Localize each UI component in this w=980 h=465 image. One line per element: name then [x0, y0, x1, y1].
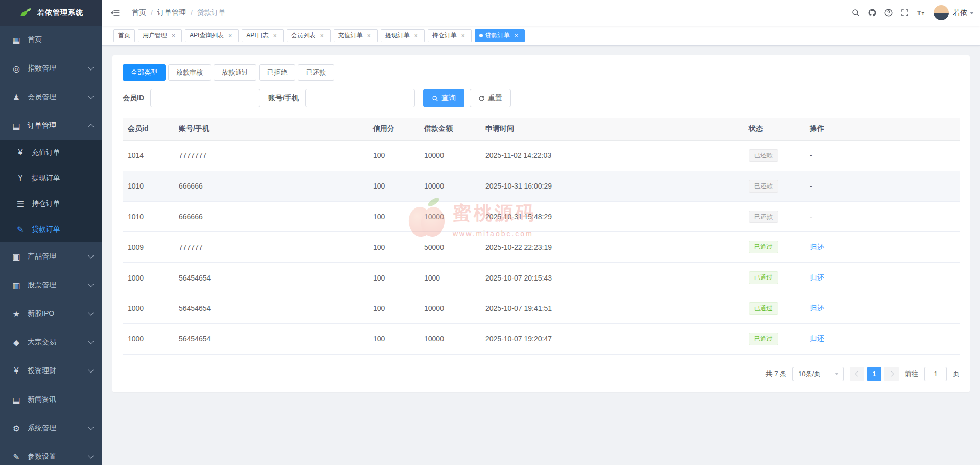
avatar[interactable]	[934, 5, 949, 20]
tag-home[interactable]: 首页	[113, 29, 135, 42]
sidebar-item-news[interactable]: ▤新闻资讯	[0, 385, 102, 414]
github-icon[interactable]	[864, 0, 880, 26]
tag-label: API日志	[246, 31, 268, 40]
search-form: 会员ID 账号/手机 查询 重置	[123, 89, 960, 107]
tag-api-log[interactable]: API日志×	[242, 29, 283, 42]
sidebar-item-home[interactable]: ▦首页	[0, 26, 102, 54]
sidebar-item-stock-mgmt[interactable]: ▥股票管理	[0, 271, 102, 299]
sidebar-item-loan-orders[interactable]: ✎贷款订单	[0, 217, 102, 242]
breadcrumb-separator: /	[191, 9, 193, 17]
goto-page-input[interactable]	[924, 367, 947, 381]
search-button-label: 查询	[441, 94, 456, 103]
member-id-input[interactable]	[150, 89, 260, 107]
gear-icon: ⚙	[10, 424, 22, 433]
sidebar-item-product-mgmt[interactable]: ▣产品管理	[0, 242, 102, 271]
reset-button[interactable]: 重置	[470, 89, 511, 107]
table-row: 1010666666100100002025-10-31 15:48:29已还款…	[123, 201, 960, 232]
sidebar-item-index-mgmt[interactable]: ◎指数管理	[0, 54, 102, 83]
type-tab-all[interactable]: 全部类型	[123, 64, 166, 81]
sidebar-item-label: 产品管理	[28, 252, 89, 261]
sidebar-item-new-stock-ipo[interactable]: ★新股IPO	[0, 299, 102, 328]
goto-suffix-label: 页	[953, 369, 960, 379]
fullscreen-icon[interactable]	[897, 0, 913, 26]
app-logo[interactable]: 若依管理系统	[0, 0, 102, 26]
cell-member_id: 1009	[123, 232, 174, 263]
tag-withdraw-orders[interactable]: 提现订单×	[381, 29, 425, 42]
breadcrumb-order-mgmt[interactable]: 订单管理	[157, 8, 186, 17]
cell-action: -	[805, 141, 960, 171]
yen-icon: ¥	[10, 366, 22, 376]
sidebar-item-recharge-orders[interactable]: ¥充值订单	[0, 140, 102, 166]
close-icon[interactable]: ×	[170, 32, 177, 39]
close-icon[interactable]: ×	[226, 32, 234, 39]
next-page-button[interactable]	[884, 367, 899, 381]
account-input[interactable]	[305, 89, 415, 107]
star-icon: ★	[10, 309, 22, 319]
sidebar-item-system-mgmt[interactable]: ⚙系统管理	[0, 414, 102, 443]
sidebar-item-label: 首页	[28, 35, 93, 44]
repay-link[interactable]: 归还	[810, 304, 824, 312]
drop-icon: ◆	[10, 338, 22, 347]
cell-action: -	[805, 171, 960, 201]
cell-action: 归还	[805, 263, 960, 293]
tag-loan-orders[interactable]: 贷款订单×	[475, 29, 525, 42]
tag-position-orders[interactable]: 持仓订单×	[428, 29, 472, 42]
type-tab-rejected[interactable]: 已拒绝	[259, 64, 295, 81]
column-header-0: 会员id	[123, 118, 174, 141]
right-arrow-icon	[889, 371, 894, 377]
bar-chart-icon: ▥	[10, 281, 22, 290]
repay-link[interactable]: 归还	[810, 243, 824, 251]
page-size-select[interactable]: 10条/页	[792, 367, 844, 381]
type-tab-passed[interactable]: 放款通过	[214, 64, 256, 81]
breadcrumb-current: 贷款订单	[197, 8, 226, 17]
font-size-icon[interactable]: TT	[913, 0, 929, 26]
cell-time: 2025-10-07 20:15:43	[480, 263, 743, 293]
sidebar-item-block-trade[interactable]: ◆大宗交易	[0, 328, 102, 357]
sidebar-item-member-mgmt[interactable]: ♟会员管理	[0, 83, 102, 111]
cell-action: 归还	[805, 323, 960, 354]
repay-link[interactable]: 归还	[810, 273, 824, 282]
search-icon[interactable]	[848, 0, 864, 26]
sidebar-item-withdraw-orders[interactable]: ¥提现订单	[0, 166, 102, 191]
chevron-down-icon	[88, 93, 94, 99]
tag-member-list[interactable]: 会员列表×	[287, 29, 331, 42]
tag-label: 持仓订单	[432, 31, 457, 40]
help-icon[interactable]	[880, 0, 897, 26]
yen-icon: ¥	[14, 148, 27, 157]
type-tab-repaid[interactable]: 已还款	[298, 64, 334, 81]
sidebar-item-param-settings[interactable]: ✎参数设置	[0, 443, 102, 465]
status-badge: 已还款	[749, 211, 778, 223]
close-icon[interactable]: ×	[271, 32, 279, 39]
hamburger-icon[interactable]	[102, 0, 128, 26]
breadcrumb-home[interactable]: 首页	[132, 8, 146, 17]
sidebar-item-investment[interactable]: ¥投资理财	[0, 357, 102, 385]
table-header-row: 会员id账号/手机信用分借款金额申请时间状态操作	[123, 118, 960, 141]
cell-status: 已还款	[743, 171, 805, 201]
leaf-logo-icon	[19, 6, 32, 19]
close-icon[interactable]: ×	[365, 32, 373, 39]
close-icon[interactable]: ×	[512, 32, 520, 39]
sidebar-menu: ▦首页◎指数管理♟会员管理▤订单管理¥充值订单¥提现订单☰持仓订单✎贷款订单▣产…	[0, 26, 102, 465]
username[interactable]: 若依	[953, 8, 967, 17]
type-tab-review[interactable]: 放款审核	[168, 64, 211, 81]
sidebar-item-order-mgmt[interactable]: ▤订单管理	[0, 111, 102, 140]
prev-page-button[interactable]	[850, 367, 864, 381]
cell-account: 7777777	[174, 141, 368, 171]
cell-time: 2025-10-31 16:00:29	[480, 171, 743, 201]
tag-recharge-orders[interactable]: 充值订单×	[334, 29, 378, 42]
tag-api-query-list[interactable]: API查询列表×	[185, 29, 239, 42]
close-icon[interactable]: ×	[459, 32, 467, 39]
sidebar-item-label: 指数管理	[28, 64, 89, 73]
chevron-up-icon	[88, 124, 94, 129]
page-1-button[interactable]: 1	[867, 367, 881, 381]
close-icon[interactable]: ×	[318, 32, 326, 39]
close-icon[interactable]: ×	[412, 32, 420, 39]
main-column: 首页 / 订单管理 / 贷款订单 TT	[102, 0, 980, 465]
repay-link[interactable]: 归还	[810, 334, 824, 342]
search-button[interactable]: 查询	[423, 89, 464, 107]
tag-user-mgmt[interactable]: 用户管理×	[138, 29, 182, 42]
cell-status: 已通过	[743, 323, 805, 354]
sidebar-item-label: 贷款订单	[32, 225, 93, 234]
table-row: 100056454654100100002025-10-07 19:41:51已…	[123, 293, 960, 323]
sidebar-item-position-orders[interactable]: ☰持仓订单	[0, 191, 102, 217]
